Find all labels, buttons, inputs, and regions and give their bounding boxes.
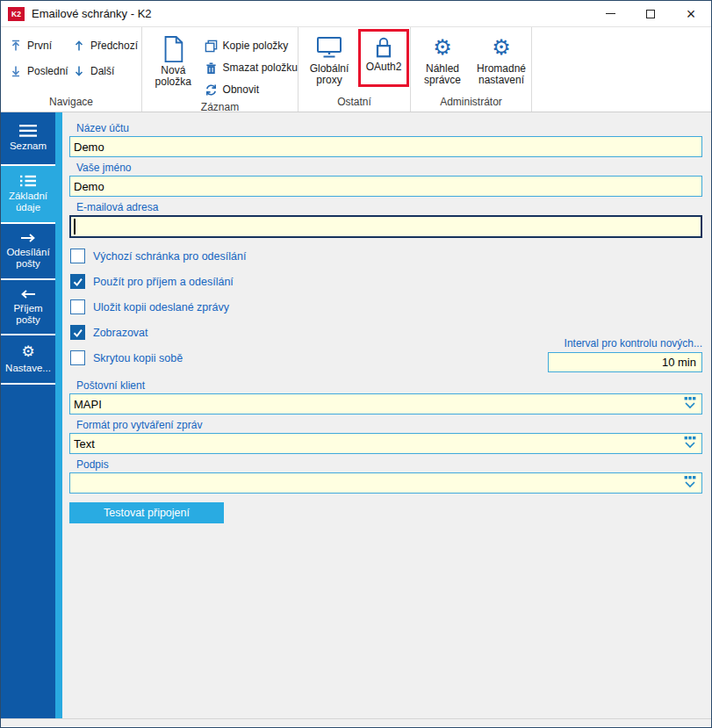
settings-form: Název účtu Vaše jméno E-mailová adresa V… bbox=[62, 112, 711, 718]
window-title: Emailové schránky - K2 bbox=[32, 7, 590, 20]
previous-button[interactable]: Předchozí bbox=[73, 35, 148, 56]
text-caret bbox=[74, 219, 76, 234]
title-bar: K2 Emailové schránky - K2 × bbox=[1, 1, 711, 27]
arrow-up-to-bar-icon bbox=[10, 40, 22, 52]
your-name-label: Vaše jméno bbox=[76, 162, 702, 174]
bcc-self-label: Skrytou kopii sobě bbox=[93, 352, 183, 364]
gear-icon: ⚙ bbox=[21, 344, 34, 359]
gear-icon: ⚙ bbox=[433, 37, 452, 58]
oauth2-label: OAuth2 bbox=[366, 61, 402, 73]
global-proxy-label: Globální proxy bbox=[304, 63, 355, 86]
sidebar-item-nastaveni[interactable]: ⚙ Nastave... bbox=[1, 335, 55, 385]
account-name-label: Název účtu bbox=[76, 122, 702, 134]
sidebar-item-zakladni-udaje[interactable]: Základní údaje bbox=[1, 166, 55, 224]
gear-icon: ⚙ bbox=[492, 37, 511, 58]
ribbon-toolbar: První Předchozí Poslední Další Navigace bbox=[1, 27, 711, 112]
dropdown-icon[interactable] bbox=[682, 436, 698, 454]
email-address-label: E-mailová adresa bbox=[76, 201, 702, 213]
sidebar-accent-strip bbox=[55, 112, 62, 718]
window-controls: × bbox=[590, 1, 711, 27]
check-icon bbox=[72, 276, 83, 287]
ribbon-group-zaznam: Nová položka Kopie položky Smazat položk… bbox=[142, 27, 298, 112]
copy-icon bbox=[205, 40, 218, 53]
last-button[interactable]: Poslední bbox=[10, 61, 73, 82]
monitor-icon bbox=[315, 35, 343, 60]
hamburger-menu-icon bbox=[19, 125, 37, 137]
default-outbox-label: Výchozí schránka pro odesílání bbox=[93, 250, 246, 263]
account-name-input[interactable] bbox=[69, 136, 702, 157]
trash-icon bbox=[205, 61, 218, 75]
refresh-button[interactable]: Obnovit bbox=[205, 80, 298, 99]
check-interval-input[interactable] bbox=[548, 352, 702, 372]
first-button[interactable]: První bbox=[10, 35, 73, 56]
lock-icon bbox=[373, 35, 394, 60]
sidebar-item-prijem-posty[interactable]: Příjem pošty bbox=[1, 280, 55, 335]
use-for-send-receive-label: Použít pro příjem a odesílání bbox=[93, 276, 234, 288]
delete-item-label: Smazat položku bbox=[223, 61, 298, 74]
dropdown-icon[interactable] bbox=[682, 475, 698, 494]
arrow-down-icon bbox=[73, 65, 85, 77]
delete-item-button[interactable]: Smazat položku bbox=[205, 58, 298, 77]
display-checkbox[interactable] bbox=[70, 325, 85, 340]
arrow-left-icon bbox=[19, 289, 37, 299]
email-address-input[interactable] bbox=[69, 215, 702, 238]
close-button[interactable]: × bbox=[671, 1, 711, 27]
group-label-navigace: Navigace bbox=[1, 94, 141, 112]
refresh-label: Obnovit bbox=[223, 83, 259, 96]
your-name-input[interactable] bbox=[69, 176, 702, 197]
global-proxy-button[interactable]: Globální proxy bbox=[304, 29, 355, 94]
sidebar-label: Odesílání pošty bbox=[3, 247, 54, 270]
next-label: Další bbox=[90, 65, 114, 77]
ribbon-group-navigace: První Předchozí Poslední Další Navigace bbox=[1, 27, 142, 112]
minimize-icon bbox=[606, 13, 615, 15]
arrow-up-icon bbox=[73, 40, 85, 52]
save-sent-copy-label: Uložit kopii odeslané zprávy bbox=[93, 301, 229, 314]
bulk-settings-button[interactable]: ⚙ Hromadné nastavení bbox=[472, 29, 530, 94]
sidebar-label: Základní údaje bbox=[3, 191, 54, 213]
new-item-label: Nová položka bbox=[149, 65, 198, 88]
save-sent-copy-checkbox[interactable] bbox=[70, 299, 85, 314]
ribbon-empty-area bbox=[532, 27, 711, 112]
message-format-input[interactable] bbox=[69, 433, 702, 454]
main-area: Seznam Základní údaje Odesílání pošty Př… bbox=[1, 112, 711, 718]
list-icon bbox=[20, 175, 36, 187]
checkbox-row-save-sent-copy: Uložit kopii odeslané zprávy bbox=[70, 299, 702, 314]
bcc-self-checkbox[interactable] bbox=[70, 350, 85, 365]
new-item-button[interactable]: Nová položka bbox=[149, 31, 198, 99]
signature-input[interactable] bbox=[69, 472, 702, 494]
sidebar: Seznam Základní údaje Odesílání pošty Př… bbox=[1, 112, 55, 718]
default-outbox-checkbox[interactable] bbox=[70, 249, 85, 263]
last-label: Poslední bbox=[27, 65, 68, 77]
use-for-send-receive-checkbox[interactable] bbox=[70, 274, 85, 289]
oauth2-button-highlighted[interactable]: OAuth2 bbox=[358, 29, 409, 87]
arrow-down-to-bar-icon bbox=[10, 65, 22, 77]
new-document-icon bbox=[160, 35, 186, 63]
bottom-strip bbox=[1, 718, 711, 726]
ribbon-group-ostatni: Globální proxy OAuth2 Ostatní bbox=[298, 27, 411, 112]
dropdown-icon[interactable] bbox=[682, 396, 698, 414]
group-label-administrator: Administrátor bbox=[411, 94, 531, 112]
display-label: Zobrazovat bbox=[93, 327, 148, 339]
maximize-button[interactable] bbox=[630, 1, 671, 27]
previous-label: Předchozí bbox=[90, 40, 138, 52]
ribbon-group-administrator: ⚙ Náhled správce ⚙ Hromadné nastavení Ad… bbox=[411, 27, 532, 112]
next-button[interactable]: Další bbox=[73, 61, 148, 82]
sidebar-item-odesilani-posty[interactable]: Odesílání pošty bbox=[1, 224, 55, 280]
group-label-ostatni: Ostatní bbox=[298, 94, 410, 112]
close-icon: × bbox=[687, 6, 696, 22]
message-format-label: Formát pro vytváření zpráv bbox=[76, 419, 702, 431]
sidebar-item-seznam[interactable]: Seznam bbox=[1, 112, 55, 166]
test-connection-button[interactable]: Testovat připojení bbox=[69, 502, 224, 523]
maximize-icon bbox=[646, 10, 655, 18]
copy-item-label: Kopie položky bbox=[223, 40, 289, 52]
first-label: První bbox=[27, 40, 52, 52]
copy-item-button[interactable]: Kopie položky bbox=[205, 36, 298, 55]
checkbox-row-use-for-send-receive: Použít pro příjem a odesílání bbox=[70, 274, 702, 289]
sidebar-empty-area bbox=[1, 385, 55, 718]
bulk-settings-label: Hromadné nastavení bbox=[472, 63, 530, 86]
admin-preview-button[interactable]: ⚙ Náhled správce bbox=[414, 29, 471, 94]
mail-client-input[interactable] bbox=[69, 393, 702, 414]
sidebar-label: Nastave... bbox=[5, 363, 51, 374]
minimize-button[interactable] bbox=[590, 1, 630, 27]
app-window: K2 Emailové schránky - K2 × První Předch… bbox=[0, 0, 712, 728]
